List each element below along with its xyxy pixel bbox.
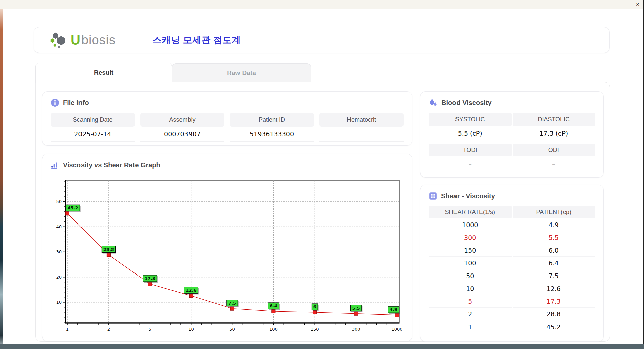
shear-viscosity-title: Shear - Viscosity xyxy=(441,192,495,200)
tab-result[interactable]: Result xyxy=(35,63,172,83)
column-header-patient: PATIENT(cp) xyxy=(513,206,595,218)
shear-rate-cell: 100 xyxy=(429,257,512,269)
svg-text:10: 10 xyxy=(188,327,194,332)
svg-text:20: 20 xyxy=(56,275,62,280)
bar-chart-icon xyxy=(51,161,59,169)
patient-cell: 6.0 xyxy=(513,244,595,257)
systolic-value: 5.5 (cP) xyxy=(429,126,512,141)
svg-text:12.6: 12.6 xyxy=(186,288,197,293)
viscosity-graph-card: Viscosity vs Shear Rate Graph 1020304050… xyxy=(42,154,412,341)
field-assembly: Assembly 000703907 xyxy=(140,113,224,142)
app-header-card: Ubiosis 스캐닝 모세관 점도계 xyxy=(34,27,610,53)
viscosity-chart: 10203040501251050100150300100045.228.817… xyxy=(52,178,402,334)
svg-text:28.8: 28.8 xyxy=(103,247,114,252)
field-label: Scanning Date xyxy=(51,113,135,127)
info-icon xyxy=(51,98,59,107)
svg-text:6: 6 xyxy=(313,304,316,309)
shear-viscosity-table: SHEAR RATE(1/s) PATIENT(cp) 1000 4.9 300… xyxy=(429,206,595,333)
graph-title: Viscosity vs Shear Rate Graph xyxy=(63,161,160,169)
systolic-header: SYSTOLIC xyxy=(429,113,512,126)
desktop-background-left xyxy=(0,9,3,349)
field-label: Patient ID xyxy=(230,113,314,127)
svg-text:50: 50 xyxy=(56,199,62,204)
field-label: Assembly xyxy=(140,113,224,127)
shear-rate-cell: 1000 xyxy=(429,218,512,231)
field-scanning-date: Scanning Date 2025-07-14 xyxy=(51,113,135,142)
svg-text:30: 30 xyxy=(56,249,62,254)
blood-viscosity-table: SYSTOLIC DIASTOLIC 5.5 (cP) 17.3 (cP) TO… xyxy=(429,113,595,174)
close-icon[interactable]: × xyxy=(636,1,639,8)
logo-text-u: U xyxy=(71,33,80,48)
viscosity-chart-svg: 10203040501251050100150300100045.228.817… xyxy=(52,178,402,334)
todi-value: – xyxy=(429,156,512,171)
droplets-icon xyxy=(429,98,438,107)
field-value: 51936133300 xyxy=(230,127,314,142)
field-hematocrit: Hematocrit xyxy=(319,113,404,142)
table-grid-icon xyxy=(429,192,437,200)
patient-cell: 7.5 xyxy=(513,269,595,282)
field-value: 2025-07-14 xyxy=(51,127,135,142)
svg-text:10: 10 xyxy=(56,300,62,305)
table-row: 50 7.5 xyxy=(429,269,595,282)
shear-rate-cell: 50 xyxy=(429,269,512,282)
field-label: Hematocrit xyxy=(319,113,404,127)
svg-text:100: 100 xyxy=(269,327,278,332)
svg-text:150: 150 xyxy=(311,327,319,332)
table-row: 5 17.3 xyxy=(429,295,595,308)
shear-rate-cell: 2 xyxy=(429,308,512,320)
shear-rate-cell: 5 xyxy=(429,295,512,308)
window-titlebar: × xyxy=(0,0,644,9)
svg-text:2: 2 xyxy=(107,327,110,332)
svg-text:40: 40 xyxy=(56,224,62,229)
svg-text:300: 300 xyxy=(352,327,360,332)
odi-value: – xyxy=(513,156,595,171)
todi-header: TODI xyxy=(429,144,512,156)
file-info-title: File Info xyxy=(63,99,89,107)
table-row: 1 45.2 xyxy=(429,320,595,333)
shear-rate-cell: 1 xyxy=(429,320,512,333)
svg-text:17.3: 17.3 xyxy=(145,276,155,281)
shear-rate-cell: 150 xyxy=(429,244,512,257)
page-title: 스캐닝 모세관 점도계 xyxy=(153,34,241,46)
tab-raw-data[interactable]: Raw Data xyxy=(172,63,311,82)
patient-cell: 12.6 xyxy=(513,282,595,295)
patient-cell: 45.2 xyxy=(513,320,595,333)
diastolic-header: DIASTOLIC xyxy=(513,113,595,126)
file-info-card: File Info Scanning Date 2025-07-14 Assem… xyxy=(42,91,412,146)
blood-viscosity-title: Blood Viscosity xyxy=(441,99,492,107)
table-row: 2 28.8 xyxy=(429,308,595,320)
svg-text:45.2: 45.2 xyxy=(68,205,78,210)
svg-text:5.5: 5.5 xyxy=(352,306,360,311)
field-patient-id: Patient ID 51936133300 xyxy=(230,113,314,142)
table-row: 150 6.0 xyxy=(429,244,595,257)
shear-rate-cell: 10 xyxy=(429,282,512,295)
hexagon-cluster-icon xyxy=(49,31,68,49)
logo-text-biosis: biosis xyxy=(81,33,116,47)
svg-text:7.5: 7.5 xyxy=(228,301,236,306)
diastolic-value: 17.3 (cP) xyxy=(513,126,595,141)
shear-viscosity-card: Shear - Viscosity SHEAR RATE(1/s) PATIEN… xyxy=(420,185,604,342)
blood-viscosity-card: Blood Viscosity SYSTOLIC DIASTOLIC 5.5 (… xyxy=(420,91,604,178)
ubiosis-logo: Ubiosis xyxy=(49,31,116,49)
field-value: 000703907 xyxy=(140,127,224,142)
patient-cell: 28.8 xyxy=(513,308,595,320)
table-row: 100 6.4 xyxy=(429,257,595,269)
svg-text:6.4: 6.4 xyxy=(270,303,277,308)
svg-text:50: 50 xyxy=(229,327,235,332)
patient-cell: 4.9 xyxy=(513,218,595,231)
svg-text:4.9: 4.9 xyxy=(390,307,397,312)
patient-cell: 17.3 xyxy=(513,295,595,308)
column-header-shear-rate: SHEAR RATE(1/s) xyxy=(429,206,512,218)
table-row: 300 5.5 xyxy=(429,231,595,244)
patient-cell: 5.5 xyxy=(513,231,595,244)
patient-cell: 6.4 xyxy=(513,257,595,269)
svg-text:5: 5 xyxy=(149,327,151,332)
shear-rate-cell: 300 xyxy=(429,231,512,244)
odi-header: ODI xyxy=(513,144,595,156)
table-row: 1000 4.9 xyxy=(429,218,595,231)
svg-text:1: 1 xyxy=(66,327,69,332)
desktop-background-bottom xyxy=(0,344,644,349)
svg-text:1000: 1000 xyxy=(391,327,402,332)
field-value xyxy=(319,127,404,142)
table-row: 10 12.6 xyxy=(429,282,595,295)
